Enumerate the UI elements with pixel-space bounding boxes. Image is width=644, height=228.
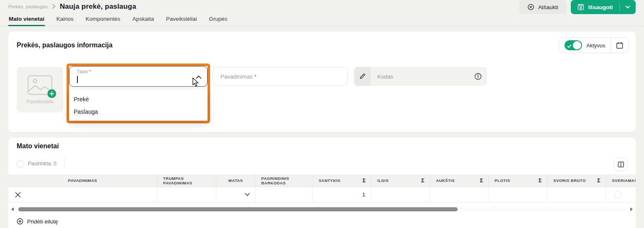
tab-paveiksleliai[interactable]: Paveikslėliai [166, 13, 197, 26]
check-icon [567, 43, 572, 50]
add-row-label: Pridėti eilutę [27, 218, 58, 225]
table-row: 1 [8, 187, 636, 203]
calendar-icon [616, 42, 623, 49]
x-circle-icon [528, 4, 534, 10]
cell-sveriamas[interactable] [606, 187, 636, 202]
chevron-up-icon[interactable] [196, 74, 202, 81]
save-icon [577, 4, 584, 10]
save-dropdown-toggle[interactable] [620, 0, 636, 14]
cell-plotis[interactable] [489, 187, 547, 202]
cell-pagrindinis-barkodas[interactable] [255, 187, 313, 202]
save-button-label: Išsaugoti [588, 4, 613, 10]
column-header-matas[interactable]: MATAS [216, 174, 255, 186]
required-asterisk: * [254, 74, 256, 80]
image-icon [27, 75, 52, 95]
image-upload-placeholder[interactable]: Paveikslėlis [17, 67, 63, 113]
add-row-button[interactable]: Pridėti eilutę [17, 218, 58, 225]
selection-row: Pasirinkta: 0 [17, 157, 627, 170]
save-button[interactable]: Išsaugoti [571, 0, 636, 14]
tab-komponentes[interactable]: Komponentės [85, 13, 121, 26]
active-control: Aktyvus [559, 37, 629, 53]
delete-row-icon[interactable] [15, 192, 21, 198]
name-input-placeholder: Pavadinimas * [220, 74, 256, 80]
tab-apskaita[interactable]: Apskaita [132, 13, 154, 26]
chevron-down-icon[interactable] [245, 193, 250, 196]
info-icon[interactable] [474, 73, 482, 82]
units-card-title: Mato vienetai [8, 137, 636, 150]
active-toggle[interactable]: Aktyvus [559, 38, 611, 53]
cell-aukstis[interactable] [430, 187, 489, 202]
column-header-pagrindinis-barkodas[interactable]: PAGRINDINIS BARKODAS [255, 174, 313, 186]
save-button-main[interactable]: Išsaugoti [571, 0, 619, 14]
type-option-preke[interactable]: Prekė [69, 93, 208, 105]
product-form-row: Paveikslėlis Tipas * Prekė Paslauga Pava… [17, 64, 487, 123]
sigma-icon[interactable]: Σ [480, 178, 483, 183]
cell-pavadinimas[interactable] [8, 187, 157, 202]
toggle-knob [573, 41, 581, 49]
column-settings-button[interactable] [614, 158, 627, 171]
code-input[interactable]: Kodas [354, 67, 487, 86]
type-select[interactable]: Tipas * [69, 66, 208, 87]
column-header-trumpas-pavadinimas[interactable]: TRUMPAS PAVADINIMAS [157, 174, 216, 186]
type-select-label: Tipas * [77, 69, 91, 74]
tab-kainos[interactable]: Kainos [56, 13, 74, 26]
columns-icon [618, 162, 624, 167]
column-header-sveriamas[interactable]: SVERIAMAS [606, 174, 636, 186]
cell-santykis[interactable]: 1 [313, 187, 372, 202]
annotation-highlight-box: Tipas * Prekė Paslauga [67, 64, 210, 123]
product-info-header: Prekės, paslaugos informacija Aktyvus [8, 32, 636, 53]
active-toggle-label: Aktyvus [586, 42, 605, 49]
sigma-icon[interactable]: Σ [597, 178, 600, 183]
plus-circle-icon [17, 218, 23, 225]
name-input[interactable]: Pavadinimas * [213, 67, 348, 86]
selected-count-label: Pasirinkta: 0 [28, 161, 57, 167]
column-header-ilgis[interactable]: ILGISΣ [372, 174, 430, 186]
toggle-switch[interactable] [565, 40, 582, 50]
code-input-placeholder: Kodas [377, 74, 393, 80]
select-all-checkbox[interactable] [17, 160, 24, 167]
scrollbar-track[interactable] [17, 207, 627, 211]
column-header-pavadinimas[interactable]: PAVADINIMAS [8, 174, 157, 186]
divider [64, 158, 64, 169]
scroll-right-arrow[interactable] [629, 207, 634, 211]
sigma-icon[interactable]: Σ [362, 178, 366, 183]
page-title: Nauja prekė, paslauga [60, 2, 136, 11]
cell-ilgis[interactable] [372, 187, 430, 202]
tab-bar: Mato vienetai Kainos Komponentės Apskait… [0, 13, 644, 26]
sigma-icon[interactable]: Σ [421, 178, 424, 183]
add-image-plus-icon[interactable] [47, 89, 56, 98]
tab-grupes[interactable]: Grupės [208, 13, 228, 26]
edit-code-button[interactable] [354, 67, 371, 86]
chevron-right-icon [52, 4, 56, 9]
cancel-button[interactable]: Atšaukti [519, 0, 567, 14]
type-dropdown-menu: Prekė Paslauga [69, 90, 208, 120]
cell-trumpas-pavadinimas[interactable] [157, 187, 216, 202]
pencil-icon [359, 73, 366, 80]
sigma-icon[interactable]: Σ [538, 178, 542, 183]
type-option-paslauga[interactable]: Paslauga [69, 105, 208, 118]
tab-mato-vienetai[interactable]: Mato vienetai [8, 13, 45, 26]
breadcrumb-parent[interactable]: Prekės, paslaugos [8, 4, 48, 9]
header-actions: Atšaukti Išsaugoti [519, 0, 636, 14]
horizontal-scrollbar [10, 206, 634, 212]
table-header-row: PAVADINIMAS TRUMPAS PAVADINIMAS MATAS PA… [8, 174, 636, 187]
scroll-left-arrow[interactable] [10, 207, 15, 211]
cell-svoris-bruto[interactable] [547, 187, 606, 202]
column-header-santykis[interactable]: SANTYKISΣ [313, 174, 372, 186]
required-asterisk: * [89, 69, 91, 74]
validity-calendar-button[interactable] [611, 38, 628, 53]
column-header-aukstis[interactable]: AUKŠTISΣ [430, 174, 489, 186]
product-info-card: Prekės, paslaugos informacija Aktyvus [8, 32, 636, 132]
column-header-svoris-bruto[interactable]: SVORIS BRUTOΣ [547, 174, 606, 186]
image-placeholder-label: Paveikslėlis [26, 99, 53, 105]
column-header-plotis[interactable]: PLOTISΣ [489, 174, 547, 186]
units-card: Mato vienetai Pasirinkta: 0 PAVADINIMAS … [8, 137, 636, 228]
cancel-button-label: Atšaukti [538, 4, 558, 10]
sveriamas-checkbox[interactable] [614, 191, 621, 198]
text-caret [77, 76, 78, 83]
scrollbar-thumb[interactable] [18, 207, 458, 211]
product-info-title: Prekės, paslaugos informacija [17, 42, 112, 49]
cell-matas[interactable] [216, 187, 255, 202]
